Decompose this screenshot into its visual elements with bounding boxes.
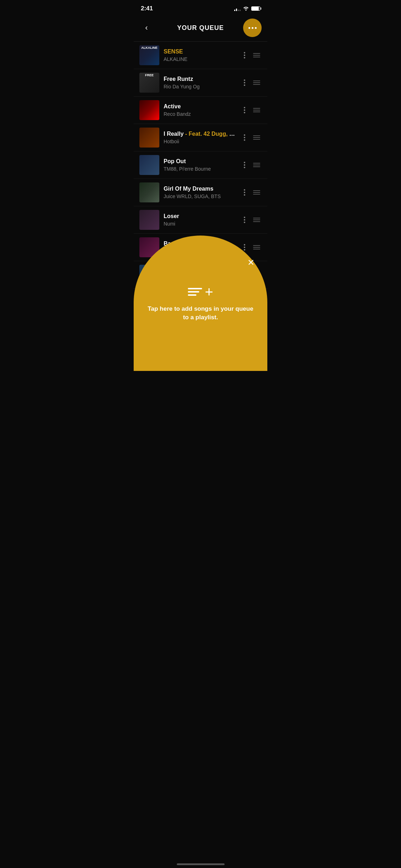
track-options-button-girl-dreams[interactable] (242, 188, 247, 197)
track-controls-free-runtz (242, 78, 262, 87)
track-title-girl-dreams: Girl Of My Dreams (164, 186, 238, 192)
signal-icon (234, 6, 241, 11)
track-drag-handle-pop-out[interactable] (252, 161, 262, 169)
plus-icon: + (205, 285, 213, 299)
track-drag-handle-girl-dreams[interactable] (252, 189, 262, 196)
track-controls-bad-habit (242, 243, 262, 252)
track-title-loser: Loser (164, 213, 238, 219)
header: ‹ YOUR QUEUE (134, 16, 267, 41)
track-thumbnail-free-runtz: FREE (139, 73, 159, 93)
overlay-description: Tap here to add songs in your queue to a… (144, 305, 257, 322)
track-thumbnail-pop-out (139, 155, 159, 175)
ellipsis-icon (248, 27, 257, 29)
track-options-button-sense[interactable] (242, 51, 247, 60)
track-thumbnail-loser (139, 210, 159, 230)
track-thumbnail-active (139, 100, 159, 120)
queue-plus-icon: + (188, 285, 213, 299)
track-controls-sense (242, 51, 262, 60)
wifi-icon (243, 6, 249, 12)
track-artist-i-really: Hotboii (164, 139, 238, 144)
track-controls-i-really (242, 133, 262, 142)
track-item-free-runtz[interactable]: FREEFree RuntzRio Da Yung Og (134, 69, 267, 97)
status-time: 2:41 (141, 5, 153, 12)
track-title-pop-out: Pop Out (164, 158, 238, 165)
track-item-loser[interactable]: LoserNumi (134, 206, 267, 234)
track-artist-sense: ALKALINE (164, 56, 238, 62)
back-chevron-icon: ‹ (145, 23, 148, 32)
track-drag-handle-loser[interactable] (252, 216, 262, 223)
track-info-sense: SENSEALKALINE (164, 48, 238, 62)
track-controls-active (242, 105, 262, 115)
status-bar: 2:41 (134, 0, 267, 16)
track-drag-handle-free-runtz[interactable] (252, 79, 262, 86)
track-item-sense[interactable]: ALKALINESENSEALKALINE (134, 42, 267, 69)
track-options-button-loser[interactable] (242, 215, 247, 224)
track-options-button-free-runtz[interactable] (242, 78, 247, 87)
track-artist-loser: Numi (164, 221, 238, 227)
track-options-button-active[interactable] (242, 105, 247, 115)
battery-icon (251, 6, 260, 11)
track-thumbnail-girl-dreams (139, 182, 159, 202)
back-button[interactable]: ‹ (139, 21, 154, 35)
track-item-i-really[interactable]: I Really - Feat. 42 Dugg, Moneybagg YoHo… (134, 124, 267, 151)
track-controls-pop-out (242, 160, 262, 170)
track-info-pop-out: Pop OutTM88, Pi'erre Bourne (164, 158, 238, 172)
track-info-active: ActiveReco Bandz (164, 103, 238, 117)
track-drag-handle-active[interactable] (252, 107, 262, 114)
track-options-button-pop-out[interactable] (242, 160, 247, 170)
track-thumbnail-i-really (139, 128, 159, 148)
track-item-active[interactable]: ActiveReco Bandz (134, 97, 267, 124)
track-drag-handle-sense[interactable] (252, 52, 262, 59)
page-title: YOUR QUEUE (177, 24, 224, 32)
track-item-pop-out[interactable]: Pop OutTM88, Pi'erre Bourne (134, 151, 267, 179)
close-icon: ✕ (247, 258, 255, 268)
track-controls-loser (242, 215, 262, 224)
track-artist-girl-dreams: Juice WRLD, SUGA, BTS (164, 193, 238, 199)
add-to-playlist-overlay[interactable]: ✕ + Tap here to add songs in your queue … (134, 236, 267, 371)
track-drag-handle-bad-habit[interactable] (252, 244, 262, 251)
track-options-button-i-really[interactable] (242, 133, 247, 142)
close-overlay-button[interactable]: ✕ (245, 257, 257, 268)
track-title-active: Active (164, 103, 238, 110)
more-options-button[interactable] (243, 19, 262, 37)
status-icons (234, 6, 260, 12)
track-drag-handle-i-really[interactable] (252, 134, 262, 141)
track-title-sense: SENSE (164, 48, 238, 55)
track-info-girl-dreams: Girl Of My DreamsJuice WRLD, SUGA, BTS (164, 186, 238, 199)
track-artist-pop-out: TM88, Pi'erre Bourne (164, 166, 238, 172)
track-info-free-runtz: Free RuntzRio Da Yung Og (164, 76, 238, 89)
track-artist-free-runtz: Rio Da Yung Og (164, 84, 238, 89)
track-item-girl-dreams[interactable]: Girl Of My DreamsJuice WRLD, SUGA, BTS (134, 179, 267, 206)
track-artist-active: Reco Bandz (164, 111, 238, 117)
track-title-free-runtz: Free Runtz (164, 76, 238, 82)
track-controls-girl-dreams (242, 188, 262, 197)
track-title-i-really: I Really - Feat. 42 Dugg, Moneybagg Yo (164, 131, 238, 137)
track-info-loser: LoserNumi (164, 213, 238, 227)
track-thumbnail-sense: ALKALINE (139, 45, 159, 65)
track-info-i-really: I Really - Feat. 42 Dugg, Moneybagg YoHo… (164, 131, 238, 144)
